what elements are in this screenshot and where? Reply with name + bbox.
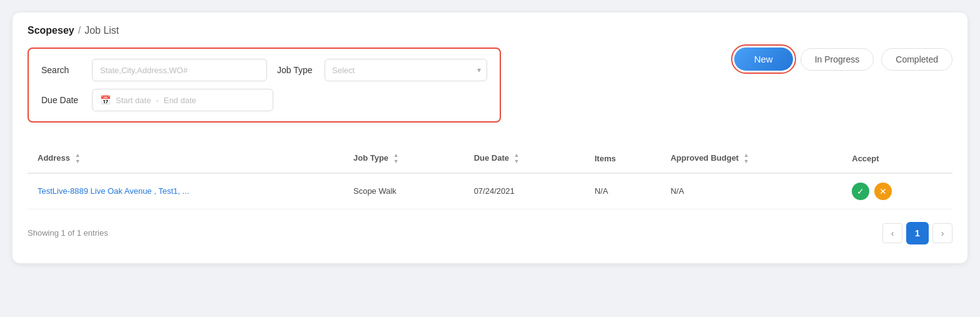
status-buttons-row: New In Progress Completed [734, 48, 952, 71]
search-input[interactable] [92, 59, 267, 81]
col-address: Address ▲▼ [28, 145, 343, 173]
sort-due-date-icon[interactable]: ▲▼ [514, 153, 520, 165]
col-job-type: Job Type ▲▼ [343, 145, 464, 173]
job-type-select[interactable] [325, 59, 487, 81]
sort-job-type-icon[interactable]: ▲▼ [393, 153, 399, 165]
address-link[interactable]: TestLive-8889 Live Oak Avenue , Test1, .… [38, 186, 189, 196]
col-approved-budget: Approved Budget ▲▼ [660, 145, 842, 173]
pagination: ‹ 1 › [882, 222, 952, 244]
accept-icons-group: ✓ ✕ [852, 183, 942, 200]
breadcrumb-separator: / [78, 25, 81, 36]
in-progress-button[interactable]: In Progress [801, 48, 874, 71]
start-date-placeholder: Start date [116, 96, 151, 105]
breadcrumb: Scopesey / Job List [28, 25, 952, 36]
cell-items: N/A [585, 173, 660, 209]
col-due-date: Due Date ▲▼ [464, 145, 585, 173]
date-dash: - [156, 96, 158, 105]
filter-section: Search Job Type ▾ Select Due Date 📅 Sta [28, 48, 501, 123]
accept-check-button[interactable]: ✓ [852, 183, 869, 200]
entries-label: Showing 1 of 1 entries [28, 228, 108, 238]
job-type-select-wrapper: ▾ Select [325, 59, 487, 81]
prev-page-button[interactable]: ‹ [882, 223, 902, 243]
search-label: Search [41, 65, 82, 75]
table-header-row: Address ▲▼ Job Type ▲▼ Due Date ▲▼ Items… [28, 145, 952, 173]
table-body: TestLive-8889 Live Oak Avenue , Test1, .… [28, 173, 952, 209]
next-page-button[interactable]: › [932, 223, 952, 243]
cell-accept: ✓ ✕ [842, 173, 952, 209]
cell-approved-budget: N/A [660, 173, 842, 209]
table-footer: Showing 1 of 1 entries ‹ 1 › [28, 222, 952, 244]
cell-address: TestLive-8889 Live Oak Avenue , Test1, .… [28, 173, 343, 209]
action-buttons-area: New In Progress Completed [715, 48, 952, 71]
sort-budget-icon[interactable]: ▲▼ [744, 153, 749, 165]
cell-job-type: Scope Walk [343, 173, 464, 209]
top-bar: Search Job Type ▾ Select Due Date 📅 Sta [28, 48, 952, 135]
col-items: Items [585, 145, 660, 173]
page-container: Scopesey / Job List Search Job Type ▾ Se… [13, 13, 967, 263]
completed-button[interactable]: Completed [881, 48, 952, 71]
page-title: Job List [84, 25, 119, 36]
new-button[interactable]: New [734, 48, 793, 71]
end-date-placeholder: End date [164, 96, 196, 105]
col-accept: Accept [842, 145, 952, 173]
filter-row-1: Search Job Type ▾ Select [41, 59, 487, 81]
date-range-input[interactable]: 📅 Start date - End date [92, 89, 273, 111]
page-1-button[interactable]: 1 [906, 222, 929, 244]
due-date-label: Due Date [41, 95, 82, 105]
cell-due-date: 07/24/2021 [464, 173, 585, 209]
job-type-label: Job Type [277, 65, 315, 75]
jobs-table: Address ▲▼ Job Type ▲▼ Due Date ▲▼ Items… [28, 145, 952, 209]
brand-name: Scopesey [28, 25, 74, 36]
table-header: Address ▲▼ Job Type ▲▼ Due Date ▲▼ Items… [28, 145, 952, 173]
filter-row-2: Due Date 📅 Start date - End date [41, 89, 487, 111]
calendar-icon: 📅 [100, 95, 111, 105]
table-row: TestLive-8889 Live Oak Avenue , Test1, .… [28, 173, 952, 209]
sort-address-icon[interactable]: ▲▼ [75, 153, 81, 165]
accept-reject-button[interactable]: ✕ [874, 183, 892, 200]
